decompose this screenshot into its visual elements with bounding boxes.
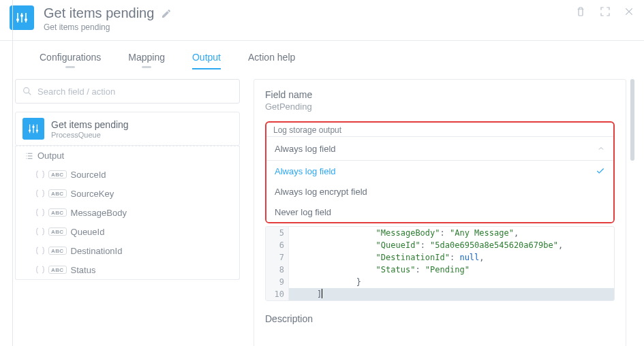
svg-point-5 [32,126,34,128]
log-storage-options: Always log field Always log encrypt fiel… [266,161,613,222]
tree-branch: ABC SourceId ABC SourceKey ABC MessageBo… [16,165,239,279]
left-panel: Get items pending ProcessQueue Output AB… [15,79,240,346]
object-icon [36,189,44,198]
code-text: "MessageBody": "Any Message", [289,227,614,239]
body: Get items pending ProcessQueue Output AB… [0,69,644,346]
svg-point-2 [25,18,27,21]
log-storage-selected: Always log field [275,144,336,154]
tab-output[interactable]: Output [192,48,221,69]
log-storage-select[interactable]: Always log field [266,136,613,161]
page-root: Get items pending Get items pending Conf… [0,0,644,346]
field-label: SourceId [71,170,234,180]
tabs: Configurations Mapping Output Action hel… [0,41,644,69]
log-option-label: Never log field [275,207,331,217]
action-card[interactable]: Get items pending ProcessQueue [15,112,240,146]
log-option[interactable]: Always log field [266,161,613,181]
scrollbar[interactable] [630,79,634,346]
code-editor[interactable]: 5 "MessageBody": "Any Message",6 "QueueI… [265,226,615,301]
code-text: "DestinationId": null, [289,251,614,264]
field-label: Status [71,265,234,275]
action-title: Get items pending [51,119,129,130]
code-line[interactable]: 10 ] [266,288,614,300]
svg-point-4 [29,129,31,131]
svg-point-6 [36,129,38,131]
chevron-up-icon [597,144,605,153]
header-actions [574,5,634,18]
gutter: 10 [266,288,289,300]
field-label: DestinationId [71,246,234,256]
right-panel: Field name GetPending Log storage output… [254,79,626,346]
gutter: 6 [266,239,289,251]
gutter: 7 [266,251,289,264]
tree-item[interactable]: ABC QueueId [16,222,239,241]
log-option-label: Always log field [275,166,336,176]
tree-root-label: Output [37,151,234,161]
search-input[interactable] [15,79,240,104]
search-icon [22,86,33,97]
list-icon [25,152,33,160]
object-icon [36,208,44,217]
tree-root[interactable]: Output [16,146,239,165]
tree-item[interactable]: ABC DestinationId [16,241,239,260]
type-badge: ABC [48,247,67,255]
code-line[interactable]: 5 "MessageBody": "Any Message", [266,227,614,239]
right-panel-wrap: Field name GetPending Log storage output… [254,79,634,346]
tab-action-help[interactable]: Action help [248,48,295,69]
scrollbar-thumb[interactable] [630,79,634,161]
fullscreen-icon[interactable] [599,5,611,18]
code-line[interactable]: 6 "QueueId": "5da0e6950a8e545620a679be", [266,239,614,251]
log-option-label: Always log encrypt field [275,187,367,197]
log-option[interactable]: Never log field [266,202,613,222]
tree-item[interactable]: ABC MessageBody [16,203,239,222]
code-text: "QueueId": "5da0e6950a8e545620a679be", [289,239,614,251]
tree-item[interactable]: ABC SourceKey [16,184,239,203]
page-header: Get items pending Get items pending [0,0,644,41]
page-title: Get items pending [44,5,154,21]
tab-mapping[interactable]: Mapping [128,48,165,69]
gutter: 5 [266,227,289,239]
code-line[interactable]: 7 "DestinationId": null, [266,251,614,264]
svg-point-0 [16,18,19,21]
object-icon [36,227,44,236]
object-icon [36,266,44,274]
code-line[interactable]: 8 "Status": "Pending" [266,264,614,276]
type-badge: ABC [48,170,67,178]
type-badge: ABC [48,208,67,217]
header-titles: Get items pending Get items pending [44,5,574,32]
field-label: SourceKey [71,189,234,199]
search-wrap [15,79,240,104]
check-icon [596,166,605,176]
module-icon [10,5,34,30]
svg-point-3 [24,88,29,93]
gutter: 9 [266,276,289,288]
field-label: QueueId [71,227,234,237]
log-storage-label: Log storage output [266,123,613,136]
field-name-value: GetPending [265,101,615,112]
gutter: 8 [266,264,289,276]
code-text: "Status": "Pending" [289,264,614,276]
code-line[interactable]: 9 } [266,276,614,288]
output-tree: Output ABC SourceId ABC SourceKey [15,146,240,280]
log-storage-dropdown-card: Log storage output Always log field Alwa… [265,121,615,223]
edit-title-icon[interactable] [161,8,172,19]
tree-item[interactable]: ABC SourceId [16,165,239,184]
log-option[interactable]: Always log encrypt field [266,181,613,202]
svg-point-1 [20,14,23,17]
tree-item[interactable]: ABC Status [16,260,239,279]
object-icon [36,247,44,255]
close-icon[interactable] [624,6,634,17]
type-badge: ABC [48,227,67,236]
type-badge: ABC [48,266,67,274]
field-label: MessageBody [71,208,234,218]
description-label: Description [265,313,615,324]
tab-configurations[interactable]: Configurations [40,48,101,69]
field-name-label: Field name [265,89,615,100]
type-badge: ABC [48,189,67,198]
object-icon [36,170,44,178]
delete-icon[interactable] [574,5,587,18]
page-subtitle: Get items pending [44,22,574,32]
module-icon-small [22,118,44,140]
code-text: ] [289,288,614,300]
action-subtitle: ProcessQueue [51,131,129,139]
code-text: } [289,276,614,288]
